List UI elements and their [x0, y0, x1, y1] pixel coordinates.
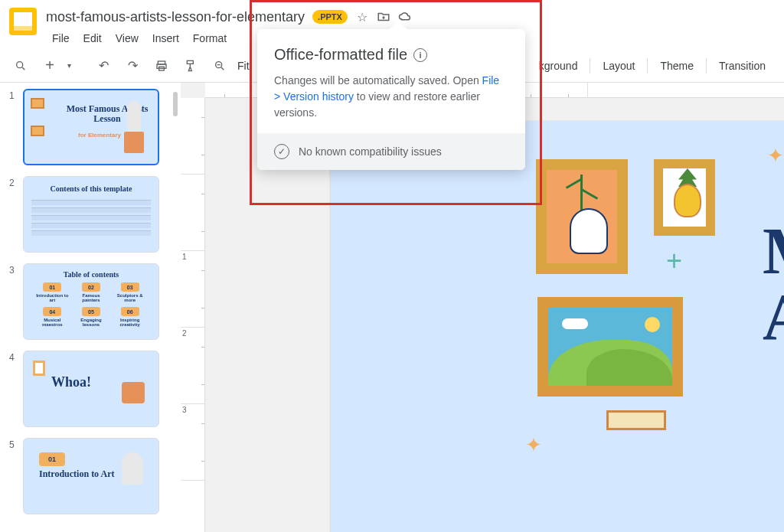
info-icon[interactable]: i — [413, 48, 427, 62]
thumb-badge: 01 — [39, 452, 65, 466]
thumb-title: Whoa! — [51, 374, 91, 390]
compatibility-text: No known compatibility issues — [299, 145, 442, 158]
slide-thumb-3[interactable]: 3 Table of contents 01Introduction to ar… — [9, 263, 181, 340]
thumb-subtitle: for Elementary — [78, 132, 121, 139]
pptx-badge[interactable]: .PPTX — [312, 10, 348, 24]
slide-number: 1 — [9, 89, 18, 165]
svg-point-0 — [17, 61, 23, 67]
pineapple-painting[interactable] — [654, 159, 715, 236]
slide-title-line1[interactable]: Most Fa — [763, 220, 784, 283]
landscape-painting[interactable] — [537, 297, 683, 397]
slides-logo-icon[interactable] — [9, 8, 37, 35]
undo-icon[interactable]: ↶ — [92, 54, 115, 77]
scrollbar-thumb[interactable] — [173, 92, 178, 116]
separator — [590, 58, 590, 73]
slide-number: 3 — [9, 263, 18, 340]
slide-number: 5 — [9, 438, 18, 514]
vase-painting[interactable] — [536, 159, 628, 274]
paint-format-icon[interactable] — [179, 54, 202, 77]
sparkle-icon: ✦ — [767, 144, 784, 168]
menu-file[interactable]: File — [46, 31, 76, 46]
separator — [647, 58, 648, 73]
slide-thumb-2[interactable]: 2 Contents of this template — [9, 176, 181, 253]
star-icon[interactable]: ☆ — [355, 10, 369, 24]
background-button[interactable]: kground — [530, 55, 587, 77]
office-format-popover: Office-formatted file i Changes will be … — [257, 29, 525, 170]
slide-thumb-5[interactable]: 5 01 Introduction to Art — [9, 438, 181, 514]
thumb-title: Table of contents — [24, 270, 158, 279]
layout-button[interactable]: Layout — [593, 55, 644, 77]
main-slide[interactable]: ✦ ✦ + Most Fa Artists L for Elem Here is… — [331, 121, 784, 532]
menu-view[interactable]: View — [109, 31, 145, 46]
print-icon[interactable] — [150, 54, 173, 77]
theme-button[interactable]: Theme — [651, 55, 703, 77]
vertical-ruler[interactable]: 123 — [181, 98, 205, 532]
menu-format[interactable]: Format — [187, 31, 233, 46]
zoom-fit-label[interactable]: Fit — [237, 60, 250, 72]
slide-title-line2[interactable]: Artists L — [763, 286, 784, 349]
transition-button[interactable]: Transition — [710, 55, 775, 77]
thumb-title: Introduction to Art — [39, 469, 114, 479]
slide-number: 2 — [9, 176, 18, 253]
menu-insert[interactable]: Insert — [146, 31, 185, 46]
separator — [706, 58, 707, 73]
doc-title-row: most-famous-artists-lesson-for-elementar… — [46, 6, 775, 28]
menu-edit[interactable]: Edit — [77, 31, 108, 46]
move-folder-icon[interactable] — [377, 10, 390, 24]
popover-text: Changes will be automatically saved. Ope… — [274, 73, 508, 121]
thumb-title: Contents of this template — [24, 184, 158, 193]
redo-icon[interactable]: ↷ — [121, 54, 144, 77]
popover-footer: ✓ No known compatibility issues — [257, 133, 525, 170]
doc-title[interactable]: most-famous-artists-lesson-for-elementar… — [46, 9, 305, 25]
slide-number: 4 — [9, 351, 18, 427]
new-slide-icon[interactable]: + — [38, 54, 61, 77]
plus-decoration-icon: + — [666, 245, 682, 277]
slide-panel[interactable]: 1 Most Famous Artists Lesson for Element… — [0, 83, 181, 532]
slide-thumb-1[interactable]: 1 Most Famous Artists Lesson for Element… — [9, 89, 181, 165]
new-slide-caret-icon[interactable]: ▾ — [67, 61, 75, 70]
popover-title: Office-formatted file — [274, 46, 407, 64]
sparkle-icon: ✦ — [525, 433, 542, 457]
svg-rect-4 — [187, 60, 193, 64]
plaque-decoration[interactable] — [606, 410, 666, 430]
search-icon[interactable] — [9, 54, 32, 77]
zoom-out-icon[interactable] — [208, 54, 231, 77]
check-icon: ✓ — [274, 144, 289, 159]
slide-thumb-4[interactable]: 4 Whoa! — [9, 351, 181, 427]
